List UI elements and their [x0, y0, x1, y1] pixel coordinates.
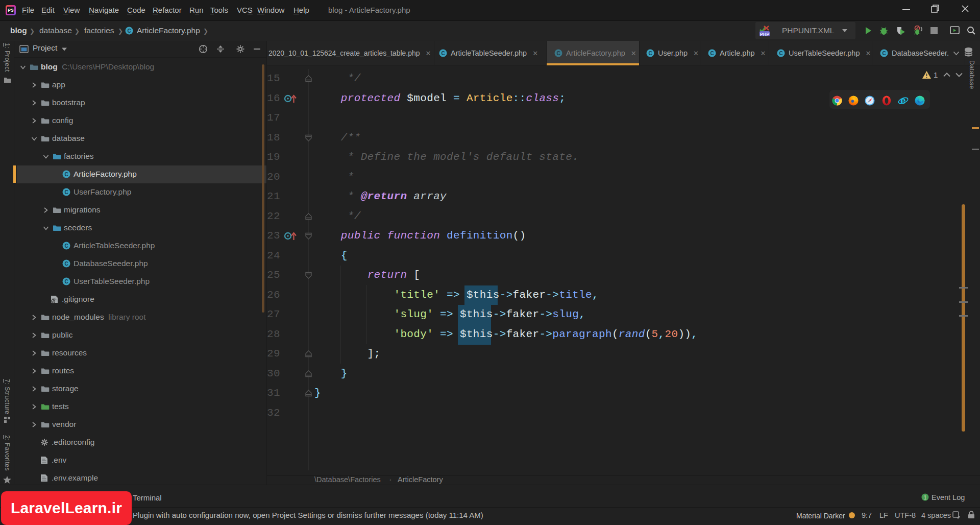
svg-text:C: C — [64, 189, 68, 195]
svg-text:C: C — [779, 51, 782, 56]
svg-text:PHP: PHP — [760, 32, 770, 37]
svg-text:1: 1 — [924, 495, 927, 500]
svg-text:PS: PS — [8, 8, 14, 13]
svg-text:C: C — [441, 51, 445, 56]
svg-text:C: C — [64, 279, 68, 284]
svg-text:e: e — [900, 96, 906, 106]
svg-text:C: C — [64, 243, 68, 249]
svg-text:C: C — [710, 51, 714, 56]
svg-text:C: C — [882, 51, 886, 56]
svg-text:C: C — [648, 51, 652, 56]
svg-text:C: C — [64, 172, 68, 177]
svg-text:C: C — [64, 261, 68, 267]
svg-text:C: C — [127, 28, 131, 34]
svg-text:C: C — [556, 51, 560, 56]
